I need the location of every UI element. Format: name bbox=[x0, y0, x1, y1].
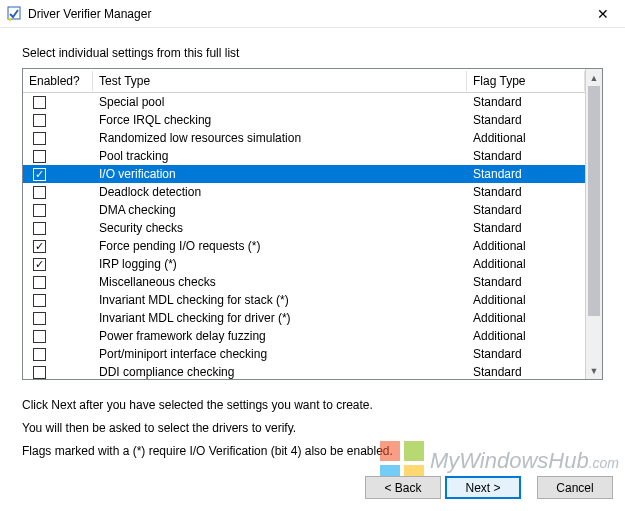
instruction-text: Select individual settings from this ful… bbox=[22, 46, 603, 60]
next-button[interactable]: Next > bbox=[445, 476, 521, 499]
row-flag-type: Standard bbox=[467, 221, 585, 235]
row-flag-type: Additional bbox=[467, 131, 585, 145]
table-row[interactable]: Security checksStandard bbox=[23, 219, 585, 237]
table-row[interactable]: DDI compliance checkingStandard bbox=[23, 363, 585, 379]
row-enabled-cell bbox=[23, 330, 93, 343]
table-row[interactable]: ✓Force pending I/O requests (*)Additiona… bbox=[23, 237, 585, 255]
table-row[interactable]: Special poolStandard bbox=[23, 93, 585, 111]
table-row[interactable]: Randomized low resources simulationAddit… bbox=[23, 129, 585, 147]
row-checkbox[interactable] bbox=[33, 294, 46, 307]
table-row[interactable]: Port/miniport interface checkingStandard bbox=[23, 345, 585, 363]
row-checkbox[interactable] bbox=[33, 276, 46, 289]
chevron-up-icon: ▲ bbox=[590, 73, 599, 83]
row-test-type: I/O verification bbox=[93, 167, 467, 181]
row-checkbox[interactable] bbox=[33, 150, 46, 163]
row-enabled-cell bbox=[23, 222, 93, 235]
row-flag-type: Standard bbox=[467, 347, 585, 361]
settings-header-row: Enabled? Test Type Flag Type bbox=[23, 69, 585, 93]
row-flag-type: Standard bbox=[467, 95, 585, 109]
row-checkbox[interactable]: ✓ bbox=[33, 258, 46, 271]
table-row[interactable]: Invariant MDL checking for driver (*)Add… bbox=[23, 309, 585, 327]
help-line-1: Click Next after you have selected the s… bbox=[22, 394, 603, 417]
row-enabled-cell bbox=[23, 96, 93, 109]
table-row[interactable]: Invariant MDL checking for stack (*)Addi… bbox=[23, 291, 585, 309]
row-flag-type: Standard bbox=[467, 113, 585, 127]
close-icon: ✕ bbox=[597, 6, 609, 22]
row-enabled-cell bbox=[23, 132, 93, 145]
settings-list: Enabled? Test Type Flag Type Special poo… bbox=[22, 68, 603, 380]
row-test-type: Pool tracking bbox=[93, 149, 467, 163]
row-checkbox[interactable] bbox=[33, 114, 46, 127]
row-checkbox[interactable] bbox=[33, 312, 46, 325]
row-enabled-cell bbox=[23, 276, 93, 289]
settings-grid: Enabled? Test Type Flag Type Special poo… bbox=[23, 69, 585, 379]
row-checkbox[interactable]: ✓ bbox=[33, 168, 46, 181]
row-enabled-cell bbox=[23, 114, 93, 127]
scroll-thumb[interactable] bbox=[588, 86, 600, 316]
help-line-3: Flags marked with a (*) require I/O Veri… bbox=[22, 440, 603, 463]
scroll-track[interactable] bbox=[586, 86, 602, 362]
titlebar: Driver Verifier Manager ✕ bbox=[0, 0, 625, 28]
row-enabled-cell bbox=[23, 312, 93, 325]
row-flag-type: Additional bbox=[467, 257, 585, 271]
row-checkbox[interactable] bbox=[33, 132, 46, 145]
row-test-type: IRP logging (*) bbox=[93, 257, 467, 271]
row-checkbox[interactable] bbox=[33, 348, 46, 361]
row-checkbox[interactable] bbox=[33, 204, 46, 217]
row-flag-type: Standard bbox=[467, 149, 585, 163]
row-flag-type: Standard bbox=[467, 167, 585, 181]
close-button[interactable]: ✕ bbox=[581, 0, 625, 28]
table-row[interactable]: ✓I/O verificationStandard bbox=[23, 165, 585, 183]
row-enabled-cell bbox=[23, 348, 93, 361]
row-checkbox[interactable] bbox=[33, 330, 46, 343]
row-flag-type: Standard bbox=[467, 365, 585, 379]
help-text: Click Next after you have selected the s… bbox=[22, 394, 603, 462]
table-row[interactable]: Force IRQL checkingStandard bbox=[23, 111, 585, 129]
row-test-type: Force IRQL checking bbox=[93, 113, 467, 127]
scroll-up-button[interactable]: ▲ bbox=[586, 69, 602, 86]
row-enabled-cell: ✓ bbox=[23, 258, 93, 271]
row-checkbox[interactable] bbox=[33, 222, 46, 235]
settings-body: Special poolStandardForce IRQL checkingS… bbox=[23, 93, 585, 379]
header-test-type[interactable]: Test Type bbox=[93, 71, 467, 91]
row-checkbox[interactable] bbox=[33, 186, 46, 199]
scrollbar[interactable]: ▲ ▼ bbox=[585, 69, 602, 379]
row-flag-type: Additional bbox=[467, 311, 585, 325]
row-checkbox[interactable] bbox=[33, 96, 46, 109]
table-row[interactable]: Miscellaneous checksStandard bbox=[23, 273, 585, 291]
row-test-type: Port/miniport interface checking bbox=[93, 347, 467, 361]
row-test-type: Force pending I/O requests (*) bbox=[93, 239, 467, 253]
row-checkbox[interactable]: ✓ bbox=[33, 240, 46, 253]
row-flag-type: Standard bbox=[467, 275, 585, 289]
row-enabled-cell bbox=[23, 366, 93, 379]
row-test-type: Invariant MDL checking for driver (*) bbox=[93, 311, 467, 325]
row-flag-type: Additional bbox=[467, 329, 585, 343]
back-button[interactable]: < Back bbox=[365, 476, 441, 499]
header-enabled[interactable]: Enabled? bbox=[23, 71, 93, 91]
scroll-down-button[interactable]: ▼ bbox=[586, 362, 602, 379]
table-row[interactable]: Deadlock detectionStandard bbox=[23, 183, 585, 201]
table-row[interactable]: Pool trackingStandard bbox=[23, 147, 585, 165]
row-test-type: Invariant MDL checking for stack (*) bbox=[93, 293, 467, 307]
row-flag-type: Additional bbox=[467, 239, 585, 253]
row-enabled-cell bbox=[23, 204, 93, 217]
row-checkbox[interactable] bbox=[33, 366, 46, 379]
chevron-down-icon: ▼ bbox=[590, 366, 599, 376]
header-flag-type[interactable]: Flag Type bbox=[467, 71, 585, 91]
window-title: Driver Verifier Manager bbox=[28, 7, 581, 21]
row-test-type: Randomized low resources simulation bbox=[93, 131, 467, 145]
cancel-button[interactable]: Cancel bbox=[537, 476, 613, 499]
row-test-type: Miscellaneous checks bbox=[93, 275, 467, 289]
table-row[interactable]: DMA checkingStandard bbox=[23, 201, 585, 219]
wizard-content: Select individual settings from this ful… bbox=[0, 28, 625, 462]
row-test-type: Power framework delay fuzzing bbox=[93, 329, 467, 343]
row-flag-type: Additional bbox=[467, 293, 585, 307]
row-test-type: DDI compliance checking bbox=[93, 365, 467, 379]
row-enabled-cell bbox=[23, 294, 93, 307]
table-row[interactable]: ✓IRP logging (*)Additional bbox=[23, 255, 585, 273]
app-icon bbox=[6, 6, 22, 22]
table-row[interactable]: Power framework delay fuzzingAdditional bbox=[23, 327, 585, 345]
row-flag-type: Standard bbox=[467, 185, 585, 199]
row-test-type: DMA checking bbox=[93, 203, 467, 217]
row-enabled-cell bbox=[23, 186, 93, 199]
